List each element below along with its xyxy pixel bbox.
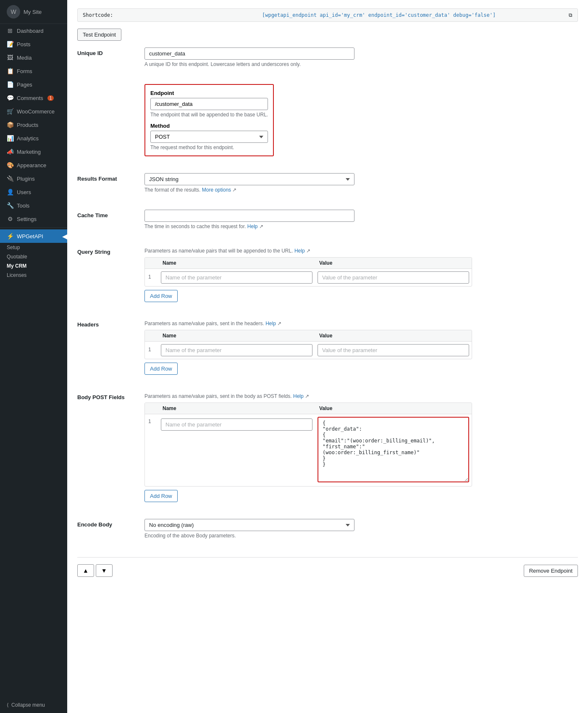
sidebar-arrow-icon: ◀ [62, 232, 67, 240]
endpoint-method-row: Endpoint The endpoint that will be appen… [77, 84, 578, 165]
sidebar-item-label: WooCommerce [17, 108, 55, 115]
query-string-link-icon: ↗ [306, 248, 310, 254]
results-format-row: Results Format JSON string Array Object … [77, 173, 578, 201]
sidebar-item-label: Tools [17, 203, 29, 209]
headers-add-row-button[interactable]: Add Row [144, 363, 178, 375]
sidebar-item-label: Plugins [17, 176, 35, 182]
sidebar-item-dashboard[interactable]: ⊞ Dashboard [0, 24, 67, 37]
h-value-cell [315, 342, 472, 359]
unique-id-input[interactable] [144, 47, 354, 60]
query-string-help-link[interactable]: Help [294, 248, 305, 254]
sidebar-item-label: Settings [17, 216, 37, 222]
headers-table: Name Value 1 [144, 330, 472, 359]
cache-time-input[interactable] [144, 210, 354, 222]
method-description: The request method for this endpoint. [150, 145, 268, 150]
query-string-table: Name Value 1 [144, 257, 472, 287]
headers-description: Parameters as name/value pairs, sent in … [144, 321, 578, 326]
sidebar-item-comments[interactable]: 💬 Comments 1 [0, 91, 67, 105]
sidebar-item-appearance[interactable]: 🎨 Appearance [0, 158, 67, 172]
bp-value-textarea[interactable]: { "order_data": { "email":"(woo:order:_b… [318, 417, 469, 482]
marketing-icon: 📣 [7, 148, 13, 155]
body-post-link-icon: ↗ [305, 393, 309, 399]
endpoint-field-group: Endpoint The endpoint that will be appen… [150, 90, 268, 118]
sidebar-sub-quotable[interactable]: Quotable [0, 252, 67, 261]
external-link-icon: ↗ [232, 187, 236, 193]
method-select[interactable]: POST GET PUT DELETE PATCH [150, 131, 268, 143]
bp-name-input[interactable] [161, 418, 312, 431]
bp-name-header: Name [158, 403, 315, 414]
headers-help-link[interactable]: Help [265, 321, 276, 326]
sidebar-sub-licenses[interactable]: Licenses [0, 271, 67, 280]
test-endpoint-row: Test Endpoint [77, 29, 578, 41]
endpoint-section-label [77, 84, 144, 87]
sidebar-item-label: Products [17, 122, 38, 128]
qs-value-input[interactable] [318, 271, 469, 284]
shortcode-value: [wpgetapi_endpoint api_id='my_crm' endpo… [262, 12, 496, 18]
sidebar-item-marketing[interactable]: 📣 Marketing [0, 145, 67, 158]
sidebar-item-products[interactable]: 📦 Products [0, 118, 67, 132]
sidebar-item-wpgetapi[interactable]: ⚡ WPGetAPI ◀ [0, 229, 67, 243]
query-string-row-1: 1 [145, 269, 472, 286]
comments-icon: 💬 [7, 95, 13, 101]
site-name: My Site [24, 9, 42, 15]
copy-icon[interactable]: ⧉ [569, 12, 572, 18]
collapse-label: Collapse menu [11, 702, 45, 708]
h-name-input[interactable] [161, 344, 312, 356]
sidebar-item-label: Pages [17, 82, 32, 88]
sidebar-item-media[interactable]: 🖼 Media [0, 51, 67, 64]
sidebar-item-woocommerce[interactable]: 🛒 WooCommerce [0, 105, 67, 118]
collapse-menu-button[interactable]: ⟨ Collapse menu [0, 697, 67, 713]
collapse-icon: ⟨ [7, 702, 9, 708]
sidebar-item-pages[interactable]: 📄 Pages [0, 78, 67, 91]
body-post-add-row-wrapper: Add Row [144, 490, 578, 502]
endpoint-method-box: Endpoint The endpoint that will be appen… [144, 84, 274, 156]
h-row-num: 1 [145, 342, 158, 356]
more-options-link[interactable]: More options [202, 187, 231, 193]
sidebar-logo: W My Site [0, 0, 67, 24]
unique-id-control: A unique ID for this endpoint. Lowercase… [144, 47, 578, 67]
sidebar-item-users[interactable]: 👤 Users [0, 185, 67, 199]
sidebar-item-plugins[interactable]: 🔌 Plugins [0, 172, 67, 185]
encode-body-description: Encoding of the above Body parameters. [144, 533, 578, 539]
qs-add-row-button[interactable]: Add Row [144, 290, 178, 302]
sidebar-item-label: Posts [17, 41, 31, 47]
dashboard-icon: ⊞ [7, 27, 13, 34]
cache-help-link[interactable]: Help [247, 224, 258, 229]
qs-name-cell [158, 269, 315, 286]
sidebar-item-settings[interactable]: ⚙ Settings [0, 212, 67, 226]
body-post-help-link[interactable]: Help [293, 393, 304, 399]
cache-time-label: Cache Time [77, 210, 144, 218]
sidebar-item-posts[interactable]: 📝 Posts [0, 37, 67, 51]
headers-header: Name Value [145, 330, 472, 342]
h-name-cell [158, 342, 315, 359]
test-endpoint-button[interactable]: Test Endpoint [77, 29, 121, 41]
move-up-button[interactable]: ▲ [77, 564, 94, 577]
cache-time-control: The time in seconds to cache this reques… [144, 210, 578, 229]
main-content: Shortcode: [wpgetapi_endpoint api_id='my… [67, 0, 588, 713]
headers-description-area: Parameters as name/value pairs, sent in … [144, 319, 578, 375]
headers-add-row-wrapper: Add Row [144, 363, 578, 375]
encode-body-row: Encode Body No encoding (raw) URL encode… [77, 519, 578, 547]
bp-name-cell [158, 414, 315, 433]
encode-body-select[interactable]: No encoding (raw) URL encoded JSON encod… [144, 519, 354, 531]
sidebar-sub-mycrm[interactable]: My CRM [0, 261, 67, 271]
h-value-input[interactable] [318, 344, 469, 356]
media-icon: 🖼 [7, 54, 13, 61]
endpoint-input[interactable] [150, 98, 268, 110]
body-post-add-row-button[interactable]: Add Row [144, 490, 178, 502]
bp-row-num: 1 [145, 414, 158, 428]
sidebar-sub-setup[interactable]: Setup [0, 243, 67, 252]
query-string-header: Name Value [145, 258, 472, 269]
qs-value-cell [315, 269, 472, 286]
encode-body-label: Encode Body [77, 519, 144, 528]
sidebar-item-forms[interactable]: 📋 Forms [0, 64, 67, 78]
query-string-description-area: Parameters as name/value pairs that will… [144, 246, 578, 302]
move-down-button[interactable]: ▼ [96, 564, 113, 577]
results-format-select[interactable]: JSON string Array Object [144, 173, 354, 185]
qs-name-input[interactable] [161, 271, 312, 284]
sidebar-item-analytics[interactable]: 📊 Analytics [0, 132, 67, 145]
sidebar-item-tools[interactable]: 🔧 Tools [0, 199, 67, 212]
body-post-label: Body POST Fields [77, 392, 144, 400]
remove-endpoint-button[interactable]: Remove Endpoint [524, 565, 578, 577]
settings-icon: ⚙ [7, 216, 13, 222]
